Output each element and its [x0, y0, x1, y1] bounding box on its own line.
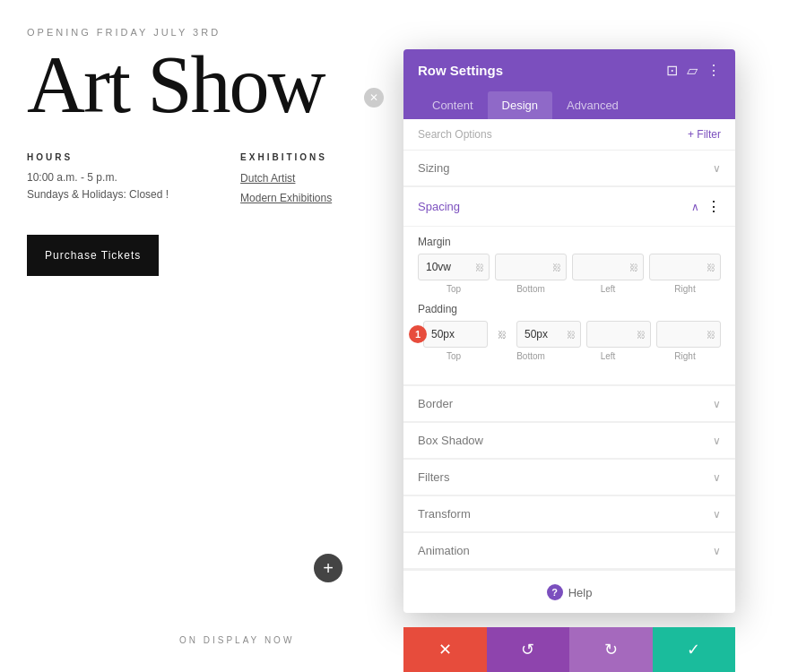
help-icon: ? [547, 584, 563, 600]
margin-right-label: Right [649, 284, 721, 294]
hours-line1: 10:00 a.m. - 5 p.m. [27, 169, 169, 186]
responsive-icon[interactable]: ⊡ [666, 62, 678, 79]
panel-tabs: Content Design Advanced [403, 91, 735, 119]
filters-toggle[interactable]: Filters ∨ [403, 460, 735, 495]
sizing-label: Sizing [418, 161, 449, 175]
padding-group: Padding 1 ⛓ ⛓ [418, 303, 721, 361]
transform-toggle[interactable]: Transform ∨ [403, 496, 735, 532]
step-badge: 1 [409, 325, 427, 343]
help-label: Help [568, 586, 593, 599]
margin-bottom-field: ⛓ [495, 254, 567, 280]
sizing-toggle[interactable]: Sizing ∨ [403, 151, 735, 186]
padding-labels-row: Top Bottom Left Right [418, 351, 721, 361]
margin-left-field: ⛓ [572, 254, 644, 280]
add-button[interactable]: + [314, 554, 342, 582]
tab-content[interactable]: Content [418, 91, 488, 119]
border-chevron: ∨ [713, 398, 721, 410]
animation-label: Animation [418, 544, 470, 557]
box-shadow-section: Box Shadow ∨ [403, 423, 735, 460]
padding-top-input[interactable] [423, 321, 488, 348]
action-bar: ✕ ↺ ↻ ✓ [403, 627, 735, 672]
padding-bottom-label: Bottom [495, 351, 567, 361]
panel-title: Row Settings [418, 63, 503, 78]
margin-bottom-label: Bottom [495, 284, 567, 294]
padding-top-field [423, 321, 488, 348]
spacing-chevron: ∧ [691, 201, 699, 213]
box-shadow-toggle[interactable]: Box Shadow ∨ [403, 423, 735, 459]
padding-input-row: ⛓ ⛓ ⛓ ⛓ [423, 321, 721, 348]
on-display-text: On Display Now [179, 635, 294, 645]
purchase-tickets-button[interactable]: Purchase Tickets [27, 235, 159, 276]
sizing-section: Sizing ∨ [403, 151, 735, 187]
margin-label: Margin [418, 236, 721, 248]
transform-section: Transform ∨ [403, 496, 735, 533]
margin-right-link-icon: ⛓ [707, 263, 715, 272]
margin-left-label: Left [572, 284, 644, 294]
filters-section: Filters ∨ [403, 460, 735, 496]
border-label: Border [418, 397, 453, 410]
redo-button[interactable]: ↻ [569, 627, 653, 672]
filter-button[interactable]: + Filter [688, 128, 721, 141]
exhibitions-section: Exhibitions Dutch Artist Modern Exhibiti… [240, 152, 332, 208]
panel-header-icons: ⊡ ▱ ⋮ [666, 62, 721, 79]
margin-input-row: ⛓ ⛓ ⛓ ⛓ [418, 254, 721, 280]
margin-bottom-link-icon: ⛓ [552, 263, 561, 272]
reset-button[interactable]: ↺ [487, 627, 570, 672]
padding-link-icon: ⛓ [493, 330, 511, 340]
margin-top-link-icon: ⛓ [475, 263, 484, 272]
transform-chevron: ∨ [713, 508, 721, 521]
panel-header: Row Settings ⊡ ▱ ⋮ [403, 49, 735, 91]
filters-label: Filters [418, 470, 449, 484]
row-settings-panel: Row Settings ⊡ ▱ ⋮ Content Design Advanc… [403, 49, 735, 613]
spacing-section: Spacing ∧ ⋮ Margin ⛓ [403, 187, 735, 386]
padding-left-field: ⛓ [586, 321, 651, 348]
box-shadow-label: Box Shadow [418, 434, 483, 447]
filters-chevron: ∨ [713, 471, 721, 484]
hours-section: Hours 10:00 a.m. - 5 p.m. Sundays & Holi… [27, 152, 169, 208]
box-shadow-chevron: ∨ [713, 435, 721, 447]
padding-right-link-icon: ⛓ [707, 330, 715, 340]
margin-left-link-icon: ⛓ [629, 263, 638, 272]
padding-left-link-icon: ⛓ [637, 330, 646, 340]
spacing-content: Margin ⛓ ⛓ ⛓ [403, 227, 735, 385]
padding-row-wrapper: 1 ⛓ ⛓ ⛓ [418, 321, 721, 348]
exhibition1-link[interactable]: Dutch Artist [240, 169, 332, 189]
border-section: Border ∨ [403, 386, 735, 423]
margin-group: Margin ⛓ ⛓ ⛓ [418, 236, 721, 294]
margin-top-label: Top [418, 284, 490, 294]
animation-section: Animation ∨ [403, 533, 735, 570]
layout-icon[interactable]: ▱ [687, 62, 698, 79]
help-button[interactable]: ? Help [547, 584, 593, 600]
padding-bottom-link-icon: ⛓ [567, 330, 576, 340]
spacing-label: Spacing [418, 200, 460, 213]
spacing-more-icon[interactable]: ⋮ [707, 198, 721, 215]
panel-body: Search Options + Filter Sizing ∨ Spacing… [403, 119, 735, 613]
sizing-chevron: ∨ [713, 162, 721, 175]
panel-close-button[interactable]: ✕ [364, 88, 384, 108]
animation-chevron: ∨ [713, 545, 721, 557]
opening-label: Opening Friday July 3rd [27, 27, 762, 38]
border-toggle[interactable]: Border ∨ [403, 386, 735, 422]
tab-advanced[interactable]: Advanced [552, 91, 633, 119]
exhibitions-label: Exhibitions [240, 152, 332, 162]
spacing-toggle[interactable]: Spacing ∧ ⋮ [403, 187, 735, 227]
search-options-text[interactable]: Search Options [418, 128, 492, 141]
search-filter-row: Search Options + Filter [403, 119, 735, 151]
padding-right-field: ⛓ [656, 321, 721, 348]
save-button[interactable]: ✓ [653, 627, 736, 672]
hours-line2: Sundays & Holidays: Closed ! [27, 186, 169, 203]
tab-design[interactable]: Design [488, 91, 552, 119]
transform-label: Transform [418, 507, 471, 521]
animation-toggle[interactable]: Animation ∨ [403, 533, 735, 569]
exhibition2-link[interactable]: Modern Exhibitions [240, 189, 332, 209]
padding-right-label: Right [649, 351, 721, 361]
padding-top-label: Top [418, 351, 490, 361]
padding-left-label: Left [572, 351, 644, 361]
padding-bottom-field: ⛓ [516, 321, 581, 348]
margin-top-field: ⛓ [418, 254, 490, 280]
hours-label: Hours [27, 152, 169, 162]
panel-footer: ? Help [403, 570, 735, 613]
more-icon[interactable]: ⋮ [707, 62, 721, 79]
padding-label: Padding [418, 303, 721, 315]
cancel-button[interactable]: ✕ [403, 627, 487, 672]
